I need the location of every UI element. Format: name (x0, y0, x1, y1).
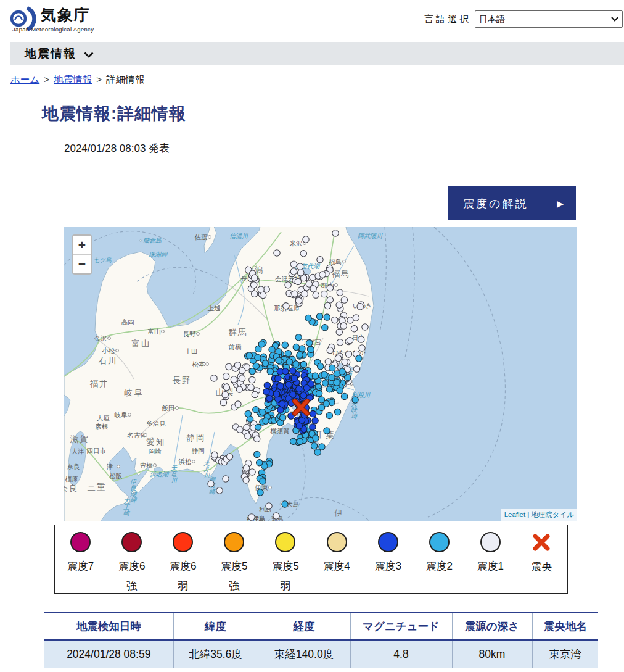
intensity-dot (323, 400, 329, 407)
intensity-dot (254, 436, 260, 442)
intensity-dot (252, 275, 258, 281)
map-place-label: 福井 (90, 379, 109, 388)
intensity-dot (290, 368, 296, 374)
intensity-dot (347, 317, 353, 323)
legend-label: 震央 (531, 560, 552, 574)
intensity-dot (275, 375, 281, 381)
intensity-dot (302, 291, 308, 297)
map-place-label: 愛知 (147, 437, 166, 446)
zoom-in-button[interactable]: + (73, 236, 91, 254)
intensity-dot (239, 375, 245, 381)
table-row: 2024/01/28 08:59北緯35.6度東経140.0度4.880km東京… (44, 640, 598, 668)
intensity-dot (260, 478, 266, 484)
intensity-dot (237, 426, 243, 433)
map-place-label: 富山 (132, 339, 151, 348)
intensity-dot (208, 481, 214, 487)
intensity-dot (352, 397, 358, 403)
earthquake-detail-table: 地震検知日時緯度経度マグニチュード震源の深さ震央地名 2024/01/28 08… (44, 612, 598, 668)
map-place-label: 大垣 (97, 414, 110, 421)
intensity-dot (282, 501, 288, 507)
intensity-dot (248, 384, 254, 391)
intensity-dot (292, 291, 298, 297)
map-place-label: 松阪 (110, 472, 123, 479)
map-place-label: 阿武隈川 (358, 233, 383, 239)
gsi-tiles-link[interactable]: 地理院タイル (531, 511, 574, 518)
leaflet-link[interactable]: Leaflet (504, 511, 526, 518)
chevron-down-icon (84, 52, 94, 58)
table-cell: 80km (452, 640, 532, 668)
legend-item: 震度1 (465, 532, 516, 593)
jma-logo[interactable]: 気象庁 Japan Meteorological Agency (9, 4, 94, 35)
intensity-dot (255, 354, 261, 360)
intensity-dot (293, 344, 299, 350)
intensity-explanation-button[interactable]: 震度の解説 ▶ (448, 186, 576, 220)
intensity-dot (258, 286, 264, 292)
earthquake-info-menu[interactable]: 地震情報 (10, 42, 624, 65)
intensity-dot (300, 361, 306, 367)
table-cell: 2024/01/28 08:59 (44, 640, 173, 668)
intensity-dot (314, 449, 321, 455)
intensity-dot (245, 410, 251, 417)
published-datetime: 2024/01/28 08:03 発表 (64, 141, 170, 156)
intensity-dot (295, 297, 302, 304)
legend-color-circle (327, 532, 347, 552)
intensity-dot (249, 376, 255, 383)
intensity-dot (285, 381, 292, 388)
intensity-dot (337, 289, 343, 296)
language-select[interactable]: 日本語 (475, 10, 623, 28)
intensity-dot (223, 476, 229, 482)
breadcrumb-separator: > (96, 74, 102, 85)
intensity-dot (290, 438, 296, 444)
map-place-label: 浜名湖 (150, 471, 170, 478)
map-place-label: 飯田 (162, 404, 175, 412)
intensity-dot (326, 412, 332, 418)
intensity-dot (358, 336, 364, 342)
map-place-label: 犬吠埼 (351, 400, 358, 420)
intensity-dot (353, 366, 359, 372)
intensity-dot (313, 292, 319, 298)
intensity-dot (223, 384, 229, 391)
map-place-label: 高岡 (121, 318, 134, 326)
map-place-label: 石川 (99, 356, 118, 365)
intensity-dot (324, 428, 330, 434)
legend-sublabel: 強 (126, 579, 137, 593)
map-place-label: 福島 (332, 269, 351, 278)
breadcrumb-home-link[interactable]: ホーム (10, 74, 39, 85)
intensity-dot (300, 392, 306, 399)
intensity-dot (300, 251, 306, 257)
intensity-dot (263, 418, 269, 424)
legend-label: 震度1 (477, 559, 504, 573)
intensity-dot (249, 469, 255, 475)
intensity-dot (279, 415, 285, 421)
legend-color-circle (429, 532, 450, 552)
map-place-label: 岐阜 (115, 411, 128, 418)
attribution-separator: | (527, 511, 529, 518)
intensity-dot (244, 424, 250, 430)
intensity-dot (347, 338, 353, 344)
legend-item: 震度6強 (106, 532, 157, 593)
intensity-dot (293, 361, 299, 367)
intensity-dot (303, 236, 309, 243)
map-place-label: 福島 (329, 258, 342, 265)
table-header-row: 地震検知日時緯度経度マグニチュード震源の深さ震央地名 (44, 613, 598, 640)
intensity-dot (222, 392, 228, 398)
legend-sublabel: 弱 (280, 579, 290, 593)
map-canvas[interactable]: 新潟福島富山石川福井岐阜長野山梨群馬静岡愛知三重奈良滋賀千葉伊金沢小松高岡富山長… (64, 227, 577, 521)
intensity-dot (313, 435, 319, 441)
breadcrumb-section-link[interactable]: 地震情報 (54, 74, 92, 85)
table-header-cell: 経度 (258, 613, 350, 640)
zoom-out-button[interactable]: − (73, 255, 91, 273)
intensity-dot (337, 388, 343, 394)
intensity-dot (216, 487, 223, 494)
map-place-label: 小松 (102, 347, 116, 354)
map-place-label: 珠洲岬 (149, 251, 168, 258)
breadcrumb-current: 詳細情報 (106, 74, 144, 85)
intensity-dot (266, 396, 273, 402)
intensity-dot (285, 282, 291, 288)
intensity-dot (266, 503, 272, 509)
intensity-dot (236, 386, 242, 392)
legend-item: 震度7 (55, 532, 106, 593)
legend-color-circle (173, 532, 193, 552)
intensity-dot (308, 346, 314, 352)
intensity-map[interactable]: 新潟福島富山石川福井岐阜長野山梨群馬静岡愛知三重奈良滋賀千葉伊金沢小松高岡富山長… (64, 227, 577, 521)
